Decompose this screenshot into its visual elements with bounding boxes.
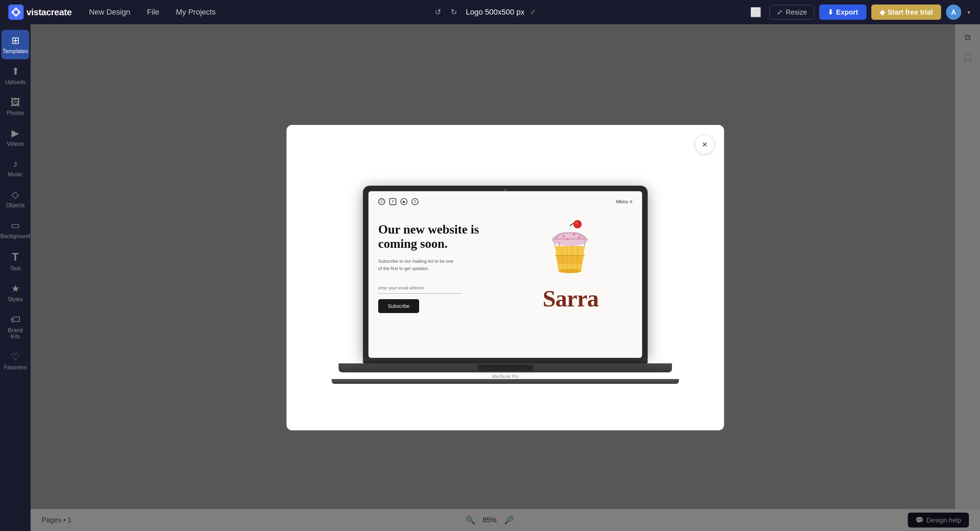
subtitle-line1: Subscribe to our mailing list to be one [378, 258, 453, 264]
resize-icon: ⤢ [777, 8, 783, 16]
sidebar-label-photos: Photos [6, 110, 24, 116]
sidebar-item-text[interactable]: T Text [2, 246, 29, 277]
social-icons-group: ⓘ f ▶ 𝕥 [378, 198, 418, 205]
subscribe-button[interactable]: Subscribe [378, 299, 419, 313]
preview-modal: × ⓘ f [286, 125, 724, 430]
logo-icon [8, 5, 24, 20]
sidebar-item-styles[interactable]: ★ Styles [2, 278, 29, 308]
sidebar-label-objects: Objects [6, 202, 25, 209]
start-trial-label: Start free trial [888, 8, 933, 16]
file-button[interactable]: File [142, 6, 164, 19]
undo-redo-group: ↺ ↻ [431, 6, 460, 19]
svg-point-8 [567, 238, 569, 240]
svg-point-3 [575, 222, 578, 225]
website-right: Sarra [509, 216, 632, 312]
redo-button[interactable]: ↻ [447, 6, 460, 19]
laptop-screen: ⓘ f ▶ 𝕥 Menu ≡ [369, 191, 642, 358]
twitter-icon: 𝕥 [412, 198, 418, 205]
sync-icon: ✓ [530, 8, 536, 17]
uploads-icon: ⬆ [11, 66, 19, 77]
brand-name-label: Sarra [542, 285, 598, 312]
laptop-mockup: ⓘ f ▶ 𝕥 Menu ≡ [332, 185, 679, 384]
avatar-button[interactable]: A [946, 5, 961, 20]
modal-overlay: × ⓘ f [30, 24, 980, 531]
sidebar-label-favorites: Favorites [4, 365, 27, 371]
music-icon: ♪ [13, 158, 18, 170]
sidebar-label-background: Background [0, 233, 30, 239]
sidebar-label-text: Text [10, 265, 20, 272]
laptop-model-label: MacBook Pro [492, 374, 519, 379]
laptop-bezel-bottom [363, 358, 648, 363]
svg-point-1 [14, 10, 18, 14]
sidebar-item-favorites[interactable]: ♡ Favorites [2, 346, 29, 376]
sidebar-item-uploads[interactable]: ⬆ Uploads [2, 61, 29, 90]
email-input[interactable] [378, 283, 461, 293]
brand-kits-icon: 🏷 [10, 314, 20, 325]
new-design-button[interactable]: New Design [84, 6, 135, 19]
sidebar-label-styles: Styles [8, 296, 23, 303]
svg-point-7 [578, 236, 580, 238]
laptop-notch-bottom [477, 365, 533, 371]
my-projects-button[interactable]: My Projects [171, 6, 221, 19]
left-sidebar: ⊞ Templates ⬆ Uploads 🖼 Photos ▶ Videos … [0, 24, 30, 531]
svg-point-2 [573, 220, 582, 228]
sidebar-label-music: Music [8, 171, 22, 178]
file-name-label: Logo 500x500 px [466, 8, 525, 17]
present-button[interactable]: ⬜ [747, 5, 765, 20]
topbar: vistacreate New Design File My Projects … [0, 0, 980, 24]
laptop-stand [332, 379, 679, 384]
sidebar-item-videos[interactable]: ▶ Videos [2, 122, 29, 152]
undo-button[interactable]: ↺ [431, 6, 444, 19]
export-icon: ⬇ [827, 8, 834, 16]
sidebar-label-templates: Templates [3, 48, 28, 54]
website-left: Our new website is coming soon. Subscrib… [378, 216, 502, 313]
youtube-icon: ▶ [400, 198, 407, 205]
facebook-icon: f [389, 198, 396, 205]
sidebar-label-uploads: Uploads [5, 79, 26, 86]
favorites-icon: ♡ [11, 351, 20, 362]
canvas-area: × ⓘ f [30, 24, 980, 531]
logo: vistacreate [8, 5, 72, 20]
resize-label: Resize [786, 8, 807, 16]
styles-icon: ★ [11, 283, 20, 294]
sidebar-item-brand-kits[interactable]: 🏷 Brand Kits [2, 309, 29, 345]
svg-point-5 [563, 235, 565, 238]
nav-center: ↺ ↻ Logo 500x500 px ✓ [228, 6, 740, 19]
export-label: Export [836, 8, 858, 16]
start-trial-button[interactable]: ◆ Start free trial [871, 5, 941, 20]
text-icon: T [12, 250, 19, 263]
sidebar-label-brand-kits: Brand Kits [6, 327, 25, 340]
instagram-icon: ⓘ [378, 198, 385, 205]
laptop-base-group: MacBook Pro [332, 358, 679, 384]
objects-icon: ◇ [11, 189, 19, 200]
website-body: Our new website is coming soon. Subscrib… [378, 216, 632, 313]
logo-text: vistacreate [26, 7, 72, 18]
resize-button[interactable]: ⤢ Resize [770, 5, 814, 19]
sidebar-item-objects[interactable]: ◇ Objects [2, 184, 29, 214]
sidebar-label-videos: Videos [7, 141, 24, 147]
svg-point-13 [558, 269, 581, 273]
sidebar-item-background[interactable]: ▭ Background [2, 215, 29, 244]
sidebar-item-photos[interactable]: 🖼 Photos [2, 92, 29, 121]
website-nav: ⓘ f ▶ 𝕥 Menu ≡ [378, 198, 632, 205]
sidebar-item-templates[interactable]: ⊞ Templates [2, 30, 29, 59]
export-button[interactable]: ⬇ Export [819, 5, 867, 20]
photos-icon: 🖼 [10, 97, 20, 108]
website-headline: Our new website is coming soon. [378, 222, 502, 251]
sidebar-item-music[interactable]: ♪ Music [2, 154, 29, 182]
laptop-base [339, 363, 672, 372]
avatar-dropdown-button[interactable]: ▾ [966, 8, 972, 17]
website-menu-label: Menu ≡ [616, 199, 632, 204]
videos-icon: ▶ [11, 127, 19, 139]
subtitle-line2: of the first to get updates. [378, 266, 429, 271]
laptop-screen-wrapper: ⓘ f ▶ 𝕥 Menu ≡ [363, 185, 648, 358]
diamond-icon: ◆ [880, 8, 885, 16]
templates-icon: ⊞ [11, 35, 19, 46]
cupcake-illustration [539, 216, 602, 285]
modal-close-button[interactable]: × [695, 135, 714, 154]
background-icon: ▭ [11, 220, 20, 231]
nav-right: ⬜ ⤢ Resize ⬇ Export ◆ Start free trial A… [747, 5, 972, 20]
website-content: ⓘ f ▶ 𝕥 Menu ≡ [369, 191, 642, 358]
svg-point-6 [573, 233, 575, 236]
website-subtitle: Subscribe to our mailing list to be one … [378, 258, 502, 273]
